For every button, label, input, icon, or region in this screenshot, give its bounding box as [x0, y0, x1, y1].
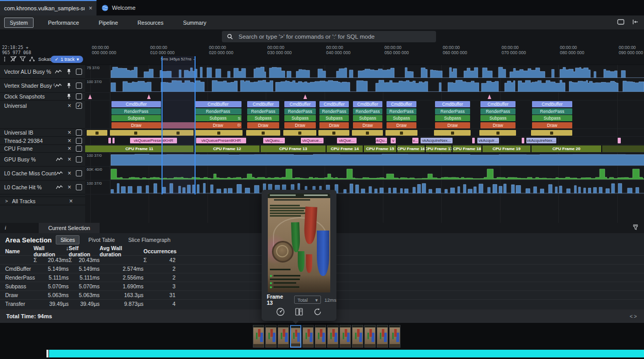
clock-snapshot-marker[interactable] [88, 94, 92, 99]
column-header-occ[interactable]: Occurrences [143, 248, 175, 254]
track-close-icon[interactable]: × [68, 185, 71, 190]
replay-icon[interactable] [313, 307, 322, 316]
track-close-icon[interactable]: × [68, 103, 71, 108]
slice-draw[interactable]: Draw [480, 122, 516, 128]
track-close-icon[interactable]: × [68, 130, 71, 135]
time-ruler[interactable]: 5ms 345µs 527ns→ 00:00:00000 000 00000:0… [85, 44, 644, 65]
view-button-pivot-table[interactable]: Pivot Table [84, 235, 119, 244]
slice-cmdbuffer[interactable]: CmdBuffer [480, 101, 516, 107]
tab-current-selection[interactable]: Current Selection [39, 223, 100, 233]
filmstrip-frame[interactable] [389, 325, 400, 348]
slice-renderpass[interactable]: RenderPass [247, 108, 279, 115]
view-button-slices[interactable]: Slices [56, 235, 79, 244]
tab-trace[interactable]: com.khronos.vulkan_samples-subpasses × [0, 0, 96, 15]
slice-subpass[interactable]: Subpass [111, 115, 161, 121]
track-row-gpu-busy-[interactable]: GPU Busy %× [0, 153, 85, 167]
thread-slice[interactable]: v [391, 138, 396, 143]
all-tracks-row[interactable]: > All Tracks × [0, 197, 85, 205]
track-close-icon[interactable]: × [68, 157, 71, 162]
slice-draw[interactable]: Draw [247, 122, 279, 128]
ib-slice[interactable] [318, 130, 349, 136]
tab-welcome[interactable]: Welcome [96, 0, 155, 15]
slice-cmdbuffer[interactable]: CmdBuffer [319, 101, 349, 107]
slice-subpass[interactable]: Subpass [387, 115, 416, 121]
sparkline-icon[interactable] [56, 157, 63, 162]
filmstrip-frame[interactable] [352, 325, 363, 348]
thread-slice[interactable]: vkAcquir... [477, 138, 499, 143]
slice-draw[interactable]: Draw [284, 122, 316, 128]
thread-slice[interactable]: vkAcquireNex... [526, 138, 556, 143]
selection-line-left[interactable] [162, 56, 163, 194]
scrubber-bar[interactable] [49, 350, 644, 357]
slice-draw[interactable]: Draw [319, 122, 349, 128]
slice-cmdbuffer[interactable]: CmdBuffer [532, 101, 572, 107]
all-tracks-close-icon[interactable]: × [69, 199, 73, 204]
filmstrip-frame[interactable] [315, 325, 326, 348]
collapse-panel-icon[interactable] [632, 19, 639, 25]
thread-slice[interactable]: v... [412, 138, 418, 143]
slice-subpass[interactable]: Subpass [435, 115, 470, 121]
filmstrip-frame[interactable] [265, 325, 277, 348]
track-checkbox[interactable] [76, 129, 82, 136]
track-checkbox[interactable] [76, 184, 82, 190]
code-toggle-icon[interactable]: <> [630, 314, 638, 319]
slice-draw[interactable]: Draw [387, 122, 416, 128]
column-header-name[interactable]: Name [5, 248, 34, 254]
clock-snapshot-marker[interactable] [147, 94, 151, 99]
slice-cmdbuffer[interactable]: CmdBuffer [195, 101, 242, 107]
cpu-frame-slice[interactable]: CPU Frame 19 [482, 145, 532, 152]
ib-slice[interactable] [195, 130, 243, 136]
area-selection-overlay[interactable] [162, 56, 195, 194]
thread-slice[interactable]: vkQueue... [301, 138, 324, 143]
timeline-lanes[interactable]: 5ms 345µs 527ns→ 00:00:00000 000 00000:0… [85, 44, 644, 223]
cpu-frame-slice[interactable]: CPU Frame 14 [327, 145, 364, 152]
clock-snapshot-marker[interactable] [303, 94, 307, 99]
view-button-slice-flamegraph[interactable]: Slice Flamegraph [124, 235, 175, 244]
frame-range-select[interactable]: Total ▾ [294, 296, 320, 304]
slice-draw[interactable]: Draw [435, 122, 470, 128]
ib-slice[interactable] [246, 130, 280, 136]
overflow-menu-icon[interactable] [2, 56, 7, 62]
ib-slice[interactable] [87, 130, 107, 136]
filmstrip-frame[interactable] [302, 325, 314, 348]
filmstrip-frame-selected[interactable] [290, 325, 301, 348]
expand-chevron-icon[interactable]: > [5, 199, 8, 204]
column-header-avg[interactable]: Avg Wall duration [100, 245, 143, 257]
slice-renderpass[interactable]: RenderPass [480, 108, 516, 115]
track-count-pill[interactable]: ✓ 1 track ▾ [51, 56, 83, 63]
filmstrip-frame[interactable] [340, 325, 351, 348]
sparkline-icon[interactable] [56, 185, 63, 190]
thread-slice[interactable] [108, 138, 111, 143]
nav-item-system[interactable]: System [4, 18, 34, 28]
report-pages-icon[interactable] [295, 307, 303, 316]
track-checkbox[interactable] [76, 170, 82, 176]
track-checkbox[interactable] [76, 93, 82, 100]
thread-slice[interactable] [522, 138, 524, 143]
filmstrip-frame[interactable] [278, 325, 289, 348]
performance-gauge-icon[interactable] [276, 307, 285, 316]
slice-subpass[interactable]: Subpass [353, 115, 382, 121]
filmstrip-frame[interactable] [364, 325, 376, 348]
thread-slice[interactable]: vkQueuePresentKHR [196, 138, 246, 143]
slice-draw[interactable]: Draw [353, 122, 382, 128]
slice-renderpass[interactable]: RenderPass [284, 108, 316, 115]
tab-close-icon[interactable]: × [89, 5, 92, 12]
slice-subpass[interactable]: Subpass [284, 115, 316, 121]
ib-slice[interactable] [385, 130, 417, 136]
pin-icon[interactable] [67, 83, 71, 89]
slice-cmdbuffer[interactable]: CmdBuffer [353, 101, 382, 107]
track-row-l0-cache-hit-[interactable]: L0 Cache Hit %× [0, 181, 85, 194]
slice-cmdbuffer[interactable]: CmdBuffer [247, 101, 279, 107]
selection-line-right[interactable] [195, 56, 196, 194]
cpu-frame-slice[interactable]: CPU Frame 13 [261, 145, 327, 152]
filmstrip-frame[interactable] [253, 325, 264, 348]
track-checkbox[interactable] [76, 156, 82, 162]
track-checkbox[interactable] [76, 138, 82, 144]
slice-renderpass[interactable]: RenderPass [435, 108, 470, 115]
thread-slice[interactable]: vkQu... [376, 138, 387, 143]
slice-cmdbuffer[interactable]: CmdBuffer [435, 101, 470, 107]
track-row-cpu-frame[interactable]: CPU Frame× [0, 145, 85, 153]
scrubber-handle[interactable] [46, 350, 49, 357]
nav-item-resources[interactable]: Resources [133, 18, 169, 27]
thread-slice[interactable]: vkAcquireNex... [421, 138, 453, 143]
